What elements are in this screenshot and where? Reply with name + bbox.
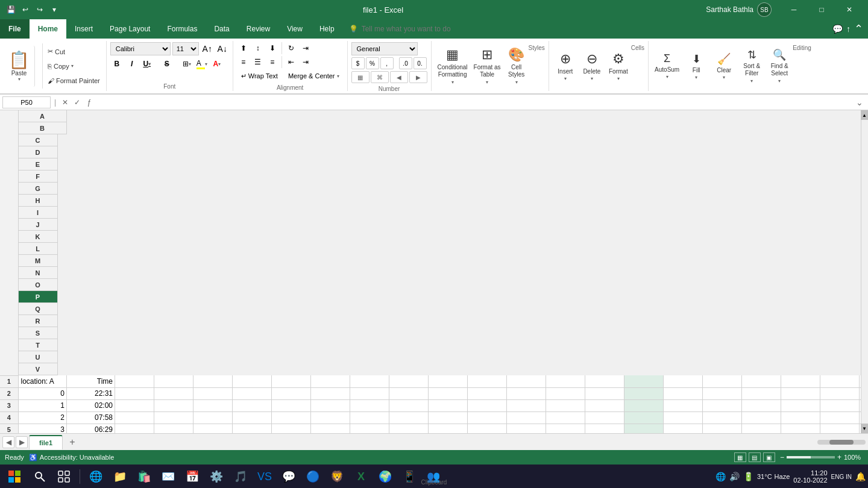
tab-view[interactable]: View [278, 19, 311, 39]
normal-view-button[interactable]: ▦ [734, 452, 746, 462]
paste-button[interactable]: 📋 Paste ▾ [4, 46, 35, 87]
tab-review[interactable]: Review [238, 19, 278, 39]
cell-o3[interactable] [585, 399, 624, 411]
indent-button[interactable]: ⇥ [299, 42, 312, 54]
col-header-q[interactable]: Q [19, 303, 58, 315]
cell-k1[interactable] [429, 375, 468, 387]
tab-help[interactable]: Help [311, 19, 343, 39]
cell-n1[interactable] [546, 375, 585, 387]
align-top-button[interactable]: ⬆ [237, 42, 250, 54]
font-name-select[interactable]: Calibri [110, 42, 171, 55]
cell-m4[interactable] [507, 411, 546, 424]
cell-j3[interactable] [389, 399, 429, 411]
cell-s4[interactable] [742, 411, 781, 424]
cell-f3[interactable] [233, 399, 272, 411]
col-header-r[interactable]: R [19, 315, 58, 327]
cell-b4[interactable]: 07:58 [67, 411, 115, 424]
cell-r3[interactable] [703, 399, 742, 411]
fill-dropdown[interactable]: ▾ [695, 75, 697, 80]
cell-h1[interactable] [311, 375, 350, 387]
cell-u5[interactable] [820, 424, 860, 433]
fill-color-dropdown[interactable]: ▾ [205, 61, 207, 67]
col-header-f[interactable]: F [19, 170, 58, 183]
col-header-m[interactable]: M [19, 255, 58, 267]
cell-q3[interactable] [664, 399, 703, 411]
paste-dropdown-icon[interactable]: ▾ [18, 77, 20, 82]
cell-h5[interactable] [311, 424, 350, 433]
cell-f4[interactable] [233, 411, 272, 424]
cell-q2[interactable] [664, 387, 703, 399]
cell-d4[interactable] [154, 411, 193, 424]
delete-button[interactable]: ⊖ Delete ▾ [579, 48, 605, 84]
cell-e3[interactable] [193, 399, 233, 411]
cell-i3[interactable] [350, 399, 389, 411]
zoom-in-button[interactable]: + [837, 453, 841, 461]
increase-indent-button[interactable]: ⇥ [299, 56, 312, 68]
cell-c3[interactable] [115, 399, 154, 411]
cell-h3[interactable] [311, 399, 350, 411]
align-center-button[interactable]: ☰ [251, 56, 265, 68]
cell-b5[interactable]: 06:29 [67, 424, 115, 433]
cell-b1[interactable]: Time [67, 375, 115, 387]
cell-h2[interactable] [311, 387, 350, 399]
cell-d5[interactable] [154, 424, 193, 433]
col-header-o[interactable]: O [19, 279, 58, 291]
cell-i5[interactable] [350, 424, 389, 433]
col-header-c[interactable]: C [19, 134, 58, 146]
text-direction-button[interactable]: ↻ [285, 42, 298, 54]
row-header-3[interactable]: 3 [0, 399, 18, 411]
cell-k2[interactable] [429, 387, 468, 399]
increase-font-button[interactable]: A↑ [201, 42, 214, 55]
tab-home[interactable]: Home [30, 19, 66, 39]
comma-button[interactable]: , [380, 57, 394, 69]
cell-i1[interactable] [350, 375, 389, 387]
cell-c4[interactable] [115, 411, 154, 424]
merge-dropdown-icon[interactable]: ▾ [337, 74, 339, 79]
font-color-dropdown[interactable]: ▾ [218, 61, 221, 67]
cell-f5[interactable] [233, 424, 272, 433]
cell-r5[interactable] [703, 424, 742, 433]
cell-u4[interactable] [820, 411, 860, 424]
insert-dropdown[interactable]: ▾ [564, 76, 567, 81]
cell-b3[interactable]: 02:00 [67, 399, 115, 411]
row-header-4[interactable]: 4 [0, 411, 18, 424]
cell-s3[interactable] [742, 399, 781, 411]
align-right-button[interactable]: ≡ [266, 56, 279, 68]
number-extra-2[interactable]: ⌘ [371, 71, 389, 83]
cell-a1[interactable]: location: A [18, 375, 67, 387]
cell-k3[interactable] [429, 399, 468, 411]
cell-i4[interactable] [350, 411, 389, 424]
confirm-formula-button[interactable]: ✓ [72, 97, 83, 108]
sheet-tab-file1[interactable]: file1 [29, 435, 63, 449]
col-header-a[interactable]: A [19, 110, 67, 122]
cell-p2[interactable] [624, 387, 664, 399]
cell-m1[interactable] [507, 375, 546, 387]
undo-quick-btn[interactable]: ↩ [19, 4, 31, 16]
col-header-i[interactable]: I [19, 207, 58, 219]
cell-o2[interactable] [585, 387, 624, 399]
page-layout-view-button[interactable]: ▤ [749, 452, 761, 462]
insert-function-button[interactable]: ƒ [84, 97, 95, 108]
cell-m5[interactable] [507, 424, 546, 433]
comments-icon[interactable]: 💬 [832, 24, 843, 34]
cell-o5[interactable] [585, 424, 624, 433]
cell-c1[interactable] [115, 375, 154, 387]
scroll-down-button[interactable]: ▼ [861, 424, 868, 433]
tab-file[interactable]: File [0, 19, 30, 39]
search-input[interactable] [362, 25, 822, 33]
cell-l1[interactable] [468, 375, 507, 387]
cell-t4[interactable] [781, 411, 820, 424]
cell-d2[interactable] [154, 387, 193, 399]
cell-c5[interactable] [115, 424, 154, 433]
cell-u2[interactable] [820, 387, 860, 399]
cell-styles-dropdown[interactable]: ▾ [515, 80, 518, 85]
col-header-t[interactable]: T [19, 339, 58, 351]
cell-e2[interactable] [193, 387, 233, 399]
grid-wrapper[interactable]: A B C D E F G H I J K L M N O [0, 110, 861, 433]
format-painter-button[interactable]: 🖌 Format Painter [45, 75, 102, 87]
number-extra-4[interactable]: ▶ [409, 71, 427, 83]
cell-u3[interactable] [820, 399, 860, 411]
cell-h4[interactable] [311, 411, 350, 424]
vertical-scrollbar[interactable]: ▲ ▼ [861, 110, 868, 433]
wrap-text-button[interactable]: ↵ Wrap Text [237, 70, 282, 82]
